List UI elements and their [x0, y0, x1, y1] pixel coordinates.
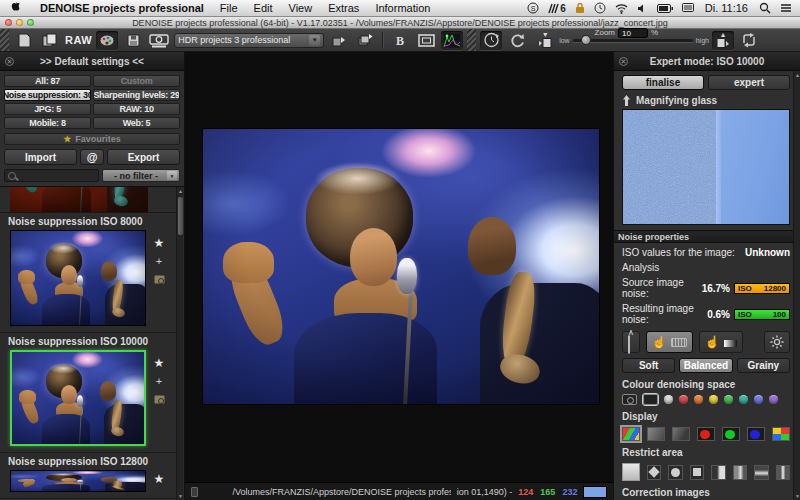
preset-item-iso12800[interactable]: Noise suppression ISO 12800 ★ — [0, 453, 176, 499]
restrict-circle-icon[interactable] — [668, 465, 682, 480]
spotlight-icon[interactable] — [759, 2, 771, 15]
filter-noise-suppression-button[interactable]: Noise suppression: 30 — [4, 89, 91, 101]
preset-item-iso10000-selected[interactable]: Noise suppression ISO 10000 ★ + — [0, 333, 176, 453]
preset-item-iso8000[interactable]: Noise suppression ISO 8000 ★ + — [0, 213, 176, 333]
colour-dot-purple[interactable] — [769, 395, 778, 404]
display-luminance-icon[interactable] — [647, 427, 665, 441]
filter-jpg-button[interactable]: JPG: 5 — [4, 103, 91, 115]
preset-balanced-button[interactable]: Balanced — [679, 358, 732, 373]
colour-space-mode-icon[interactable] — [643, 394, 658, 405]
colour-dot-teal[interactable] — [739, 395, 748, 404]
filter-raw-button[interactable]: RAW: 10 — [93, 103, 180, 115]
window-titlebar[interactable]: DENOISE projects professional (64-bit) -… — [0, 17, 800, 29]
clock-status-icon[interactable] — [594, 2, 606, 15]
preset-thumbnail-partial[interactable] — [0, 187, 176, 213]
batch-processing-icon[interactable]: B — [389, 31, 411, 50]
noise-preview[interactable] — [622, 109, 790, 225]
restrict-gradient-horizontal-icon[interactable] — [754, 465, 768, 480]
preset-thumbnail[interactable] — [10, 230, 146, 326]
display-mosaic-icon[interactable] — [772, 427, 790, 441]
rotate-icon[interactable] — [738, 31, 760, 50]
preset-soft-button[interactable]: Soft — [622, 358, 675, 373]
preset-grainy-button[interactable]: Grainy — [737, 358, 790, 373]
colour-dot-red[interactable] — [679, 395, 688, 404]
border-frame-icon[interactable] — [415, 31, 437, 50]
colour-dot-white[interactable] — [664, 395, 673, 404]
display-red-channel-icon[interactable] — [697, 427, 715, 441]
restrict-gradient-left-icon[interactable] — [711, 465, 725, 480]
filter-all-button[interactable]: All: 87 — [4, 75, 91, 87]
menu-file[interactable]: File — [212, 0, 246, 16]
image-canvas[interactable] — [185, 52, 613, 482]
apple-menu-icon[interactable] — [10, 2, 24, 15]
lock-status-icon[interactable] — [575, 2, 585, 15]
project-dropdown[interactable]: HDR projects 3 professional ▼ — [174, 33, 324, 48]
display-rgb-icon[interactable] — [622, 427, 640, 441]
filter-mobile-button[interactable]: Mobile: 8 — [4, 117, 91, 129]
compare-timer-icon[interactable] — [480, 31, 502, 50]
save-icon[interactable] — [122, 31, 144, 50]
manual-gradient-button[interactable]: ☝ — [699, 331, 743, 353]
add-plus-icon[interactable]: + — [156, 377, 162, 386]
zoom-value-input[interactable]: 10 — [618, 28, 648, 38]
favourite-star-icon[interactable]: ★ — [154, 474, 165, 484]
preview-camera-icon[interactable] — [154, 395, 165, 404]
tab-finalise[interactable]: finalise — [622, 75, 704, 90]
restrict-full-icon[interactable] — [622, 463, 640, 481]
scrollbar-thumb[interactable] — [178, 197, 183, 235]
restrict-diamond-icon[interactable] — [647, 465, 661, 480]
scroll-up-icon[interactable]: ▲ — [177, 187, 184, 195]
raw-import-button[interactable]: RAW — [65, 31, 92, 50]
colour-dot-yellow[interactable] — [709, 395, 718, 404]
volume-status-icon[interactable] — [637, 2, 648, 15]
copy-icon[interactable] — [39, 31, 61, 50]
zoom-slider-knob[interactable] — [581, 35, 591, 45]
favourite-star-icon[interactable]: ★ — [154, 358, 165, 368]
restrict-gradient-mid-icon[interactable] — [733, 465, 747, 480]
shield-status-icon[interactable]: S — [527, 2, 539, 15]
expert-panel-scrollbar[interactable]: ▲ ▼ — [793, 71, 800, 500]
new-file-icon[interactable] — [13, 31, 35, 50]
magnifying-glass-label[interactable]: Magnifying glass — [636, 95, 717, 106]
display-blue-channel-icon[interactable] — [747, 427, 765, 441]
scroll-down-icon[interactable]: ▼ — [794, 492, 800, 500]
at-email-button[interactable]: @ — [80, 149, 104, 165]
toolbar-drag-handle[interactable] — [0, 29, 9, 51]
favourites-button[interactable]: ★ Favourites — [4, 133, 180, 145]
scroll-down-icon[interactable]: ▼ — [177, 492, 184, 500]
menu-information[interactable]: Information — [367, 0, 438, 16]
zoom-out-icon[interactable]: ▾ — [534, 31, 556, 50]
export-button[interactable]: Export — [107, 149, 180, 165]
presets-panel-title[interactable]: >> Default settings << — [0, 56, 184, 67]
wifi-status-icon[interactable] — [615, 2, 628, 15]
notification-center-icon[interactable] — [780, 2, 792, 15]
palette-icon[interactable] — [96, 31, 118, 50]
stack-export-icon[interactable] — [354, 31, 376, 50]
colour-dot-orange[interactable] — [694, 395, 703, 404]
main-image-jazz-concert[interactable] — [203, 129, 599, 404]
parallels-status-icon[interactable]: 6 — [548, 2, 566, 15]
filter-web-button[interactable]: Web: 5 — [93, 117, 180, 129]
histogram-icon[interactable] — [441, 31, 463, 50]
add-image-to-project-icon[interactable] — [328, 31, 350, 50]
display-grayscale-icon[interactable] — [672, 427, 690, 441]
restrict-gradient-band-icon[interactable] — [776, 465, 790, 480]
import-button[interactable]: Import — [4, 149, 77, 165]
redo-icon[interactable] — [506, 31, 528, 50]
menu-extras[interactable]: Extras — [320, 0, 367, 16]
manual-denoise-button[interactable]: ☝ — [646, 331, 693, 353]
search-input[interactable] — [4, 169, 99, 182]
settings-gear-icon[interactable] — [764, 331, 790, 353]
scroll-up-icon[interactable]: ▲ — [794, 71, 800, 79]
battery-status-icon[interactable] — [657, 2, 673, 15]
zoom-slider[interactable]: Zoom 10 % — [573, 39, 693, 42]
display-green-channel-icon[interactable] — [722, 427, 740, 441]
add-plus-icon[interactable]: + — [156, 257, 162, 266]
menubar-clock[interactable]: Di. 11:16 — [703, 2, 750, 14]
filter-sharpening-button[interactable]: Sharpening levels: 29 — [93, 89, 180, 101]
zoom-in-icon[interactable]: ▴ — [712, 31, 734, 50]
preset-thumbnail[interactable] — [10, 470, 146, 492]
projects-camera-icon[interactable] — [148, 31, 170, 50]
preview-camera-icon[interactable] — [154, 275, 165, 284]
preset-thumbnail-selected[interactable] — [10, 350, 146, 446]
